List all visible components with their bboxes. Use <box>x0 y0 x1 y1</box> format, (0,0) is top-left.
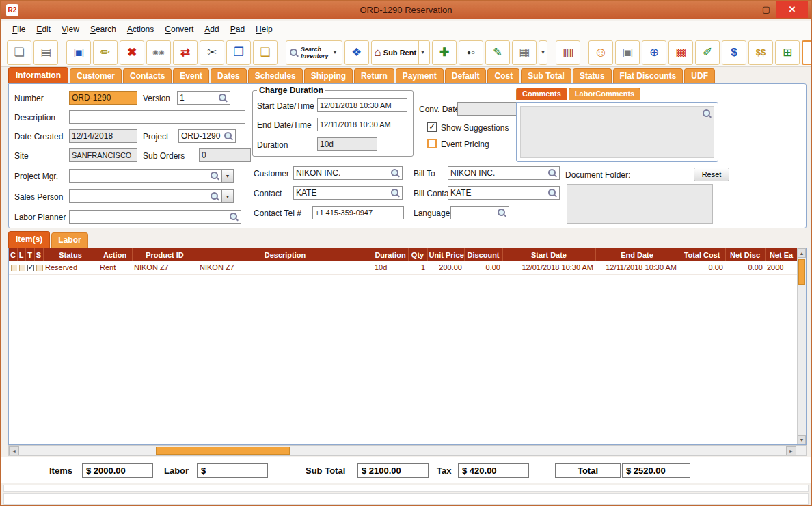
computer-money-button[interactable]: ⊞ <box>775 40 800 65</box>
column-header-action[interactable]: Action <box>98 248 132 261</box>
tab-payment[interactable]: Payment <box>396 68 444 83</box>
column-header-c[interactable]: C <box>9 248 17 261</box>
end-datetime-field[interactable]: 12/11/2018 10:30 AM <box>317 118 407 131</box>
minimize-button[interactable]: – <box>735 1 756 18</box>
column-header-s[interactable]: S <box>34 248 43 261</box>
tab-information[interactable]: Information <box>8 67 68 83</box>
chevron-down-icon[interactable]: ▼ <box>222 189 234 203</box>
menu-view[interactable]: View <box>56 22 85 37</box>
scroll-right-icon[interactable]: ► <box>786 446 796 455</box>
report-print-button[interactable]: ▥ <box>556 40 580 65</box>
menu-search[interactable]: Search <box>85 22 122 37</box>
sub-rent-button[interactable]: ⌂ Sub Rent ▼ <box>371 40 431 65</box>
column-header-product-id[interactable]: Product ID <box>132 248 198 261</box>
tab-cost[interactable]: Cost <box>487 68 519 83</box>
title-bar[interactable]: R2 ORD-1290 Reservation – ▢ ✕ <box>1 1 811 19</box>
column-header-qty[interactable]: Qty <box>408 248 427 261</box>
tab-status[interactable]: Status <box>573 68 612 83</box>
menu-file[interactable]: File <box>7 22 31 37</box>
grid-view-dropdown[interactable]: ▼ <box>539 40 547 65</box>
money-button[interactable]: $$ <box>748 40 773 65</box>
maximize-button[interactable]: ▢ <box>756 1 776 18</box>
save-button[interactable]: ▣ <box>66 40 91 65</box>
add-button[interactable]: ✚ <box>432 40 457 65</box>
scroll-up-icon[interactable]: ▲ <box>798 248 806 258</box>
tab-return[interactable]: Return <box>354 68 394 83</box>
paste-button[interactable]: ❑ <box>253 40 278 65</box>
column-header-l[interactable]: L <box>17 248 25 261</box>
tab-sub-total[interactable]: Sub Total <box>521 68 571 83</box>
search-inventory-button[interactable]: Search Inventory ▼ <box>286 40 342 65</box>
horizontal-scrollbar[interactable]: ◄ ► <box>8 445 807 456</box>
column-header-total-cost[interactable]: Total Cost <box>679 248 725 261</box>
spheres-button[interactable]: ●○ <box>459 40 483 65</box>
tab-comments[interactable]: Comments <box>516 88 567 100</box>
column-header-status[interactable]: Status <box>43 248 98 261</box>
column-header-t[interactable]: T <box>25 248 34 261</box>
magnifier-icon[interactable] <box>390 168 400 178</box>
language-field[interactable] <box>450 206 509 219</box>
magnifier-icon[interactable] <box>390 188 400 198</box>
vertical-scrollbar[interactable]: ▲ ▼ <box>797 248 806 444</box>
document-folder-box[interactable] <box>567 184 713 224</box>
menu-add[interactable]: Add <box>199 22 224 37</box>
column-header-duration[interactable]: Duration <box>373 248 408 261</box>
tab-labor-comments[interactable]: LaborComments <box>569 88 640 100</box>
magnifier-icon[interactable] <box>210 191 219 201</box>
tab-items[interactable]: Item(s) <box>8 231 50 248</box>
vault-button[interactable]: ▣ <box>615 40 640 65</box>
tab-contacts[interactable]: Contacts <box>123 68 172 83</box>
description-field[interactable] <box>69 110 245 124</box>
cut-button[interactable]: ✂ <box>200 40 224 65</box>
magnifier-icon[interactable] <box>547 188 557 198</box>
menu-actions[interactable]: Actions <box>122 22 159 37</box>
number-field[interactable]: ORD-1290 <box>69 91 137 105</box>
edit-note-button[interactable]: ✎ <box>485 40 510 65</box>
version-field[interactable]: 1 <box>177 91 230 105</box>
event-pricing-checkbox[interactable] <box>427 139 437 148</box>
column-header-end-date[interactable]: End Date <box>595 248 679 261</box>
currency-button[interactable]: $ <box>722 40 746 65</box>
tab-customer[interactable]: Customer <box>70 68 122 83</box>
copy-button[interactable]: ❐ <box>226 40 251 65</box>
row-checkbox-l[interactable] <box>19 265 25 271</box>
magnifier-icon[interactable] <box>229 212 239 222</box>
magnifier-icon[interactable] <box>210 171 219 181</box>
close-button[interactable]: ✕ <box>776 1 808 18</box>
import-export-button[interactable]: ⇄ <box>173 40 198 65</box>
menu-help[interactable]: Help <box>250 22 278 37</box>
column-header-unit-price[interactable]: Unit Price <box>427 248 464 261</box>
lightning-button[interactable]: ↯ <box>802 40 812 65</box>
edit-button[interactable]: ✏ <box>93 40 118 65</box>
contact-tel-field[interactable]: +1 415-359-0947 <box>312 206 404 219</box>
chevron-down-icon[interactable]: ▼ <box>222 169 234 183</box>
write-note-button[interactable]: ✐ <box>695 40 720 65</box>
scroll-down-icon[interactable]: ▼ <box>798 435 806 444</box>
menu-convert[interactable]: Convert <box>159 22 199 37</box>
row-checkbox-c[interactable] <box>11 265 17 271</box>
column-header-discount[interactable]: Discount <box>464 248 502 261</box>
row-checkbox-s[interactable] <box>36 265 43 271</box>
column-header-description[interactable]: Description <box>198 248 373 261</box>
cube-button[interactable]: ▩ <box>668 40 693 65</box>
delete-button[interactable]: ✖ <box>120 40 144 65</box>
magnifier-icon[interactable] <box>218 93 228 103</box>
labor-planner-field[interactable] <box>69 210 241 224</box>
contact-field[interactable]: KATE <box>293 186 403 200</box>
reset-button[interactable]: Reset <box>694 168 729 181</box>
new-button[interactable]: ❏ <box>7 40 31 65</box>
vertical-scroll-thumb[interactable] <box>798 259 805 285</box>
menu-pad[interactable]: Pad <box>225 22 250 37</box>
magnifier-icon[interactable] <box>497 208 506 217</box>
column-header-net-ea[interactable]: Net Ea <box>765 248 798 261</box>
start-datetime-field[interactable]: 12/01/2018 10:30 AM <box>317 98 407 112</box>
show-suggestions-checkbox[interactable] <box>427 122 437 132</box>
chevron-down-icon[interactable]: ▼ <box>418 41 427 64</box>
table-row[interactable]: Reserved Rent NIKON Z7 NIKON Z7 10d 1 20… <box>9 261 798 274</box>
magnifier-icon[interactable] <box>547 168 557 178</box>
tab-shipping[interactable]: Shipping <box>304 68 353 83</box>
column-header-start-date[interactable]: Start Date <box>502 248 595 261</box>
bill-to-field[interactable]: NIKON INC. <box>448 166 560 180</box>
comments-box[interactable] <box>516 102 718 162</box>
print-button[interactable]: ▤ <box>33 40 58 65</box>
